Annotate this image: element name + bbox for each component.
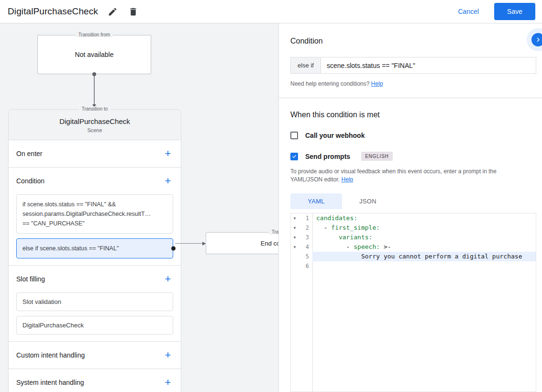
condition-list: if scene.slots.status == "FINAL" && sess… [9,194,181,265]
panel-heading: Condition [290,37,536,45]
code-text [312,261,536,271]
app-window: DigitalPurchaseCheck Cancel Save Transit… [0,0,542,392]
condition-row[interactable]: Condition + [9,168,181,194]
scene-card: Transition to DigitalPurchaseCheck Scene… [8,109,181,392]
section-slot-filling: Slot filling + Slot validation DigitalPu… [9,266,181,342]
panel-header: Condition [279,23,542,45]
add-custom-intent-button[interactable]: + [163,350,173,360]
condition-help-link[interactable]: Help [371,80,383,87]
line-number: 6 [299,261,312,271]
tab-json[interactable]: JSON [342,193,394,209]
on-enter-label: On enter [16,150,42,157]
topbar-left: DigitalPurchaseCheck [8,6,139,17]
fold-toggle-icon[interactable]: ▾ [291,242,299,252]
code-line[interactable]: ▾4 - speech: >- [291,242,536,252]
collapse-panel-button[interactable] [531,33,542,46]
editor-tabs: YAML JSON [290,193,536,209]
condition-editor-row: else if [290,57,536,74]
connector-line [175,243,202,244]
system-intent-row[interactable]: System intent handling + [9,369,181,392]
arrow-right-icon [202,242,206,246]
end-conversation-node[interactable]: Transition to End conversation [206,232,279,254]
condition-item-line: if scene.slots.status == "FINAL" && [22,200,167,209]
send-prompts-label: Send prompts [305,153,350,160]
code-line[interactable]: ▾3 variants: [291,233,536,242]
connector-down [91,72,98,108]
scene-card-header[interactable]: DigitalPurchaseCheck Scene [9,110,181,140]
code-text: Sorry you cannot perform a digital purch… [312,252,536,261]
add-slot-button[interactable]: + [163,274,173,284]
line-number: 3 [299,233,312,242]
code-text: candidates: [312,213,536,223]
section-condition: Condition + if scene.slots.status == "FI… [9,168,181,266]
condition-label: Condition [16,177,44,185]
line-number: 2 [299,223,312,233]
slot-filling-label: Slot filling [16,275,45,283]
prompts-hint: To provide audio or visual feedback when… [290,168,536,184]
line-number: 4 [299,242,312,252]
end-node-content: End conversation [261,240,279,247]
connection-port [171,246,176,251]
save-button[interactable]: Save [494,3,535,20]
section-system-intent: System intent handling + [9,369,181,392]
tab-yaml[interactable]: YAML [290,193,342,209]
delete-icon[interactable] [128,6,139,17]
custom-intent-row[interactable]: Custom intent handling + [9,342,181,369]
page-title: DigitalPurchaseCheck [8,6,98,17]
yaml-editor[interactable]: ▾1candidates:▾2 - first_simple:▾3 varian… [290,213,536,392]
cancel-button[interactable]: Cancel [458,8,479,15]
transition-from-content: Not available [75,51,114,58]
slot-filling-row[interactable]: Slot filling + [9,266,181,292]
add-on-enter-button[interactable]: + [163,148,173,159]
fold-spacer [291,261,299,271]
condition-prefix: else if [290,57,321,74]
connector-right [175,241,206,246]
webhook-checkbox[interactable] [290,132,298,139]
scene-title: DigitalPurchaseCheck [9,117,181,125]
code-line[interactable]: 6 [291,261,536,271]
section-on-enter: On enter + [9,140,181,168]
line-number: 5 [299,252,312,261]
add-condition-button[interactable]: + [163,176,173,186]
webhook-checkbox-row[interactable]: Call your webhook [290,132,536,139]
transition-to-label: Transition to [79,106,111,112]
topbar-actions: Cancel Save [458,3,535,20]
condition-met-heading: When this condition is met [290,111,536,119]
slot-list: Slot validation DigitalPurchaseCheck [9,292,181,341]
transition-from-label: Transition from [76,32,113,37]
on-enter-row[interactable]: On enter + [9,140,181,167]
condition-help: Need help entering conditions? Help [290,80,531,87]
condition-item[interactable]: if scene.slots.status == "FINAL" && sess… [16,194,173,234]
condition-item-text: else if scene.slots.status == "FINAL" [22,245,119,252]
webhook-label: Call your webhook [305,132,365,139]
prompts-hint-text: To provide audio or visual feedback when… [290,168,497,183]
slot-item[interactable]: DigitalPurchaseCheck [16,316,173,335]
condition-item-line: == "CAN_PURCHASE" [22,219,167,228]
chevron-right-icon [534,35,542,44]
scene-canvas: Transition from Not available Transition… [0,23,279,392]
condition-help-text: Need help entering conditions? [290,80,369,87]
fold-toggle-icon[interactable]: ▾ [291,213,299,223]
yaml-editor-lines: ▾1candidates:▾2 - first_simple:▾3 varian… [291,213,536,271]
custom-intent-label: Custom intent handling [16,351,85,359]
add-system-intent-button[interactable]: + [163,377,173,388]
condition-input[interactable] [321,57,536,74]
code-line[interactable]: 5 Sorry you cannot perform a digital pur… [291,252,536,261]
main-content: Transition from Not available Transition… [0,23,542,392]
condition-item-line: session.params.DigitalPurchaseCheck.resu… [22,209,167,219]
fold-toggle-icon[interactable]: ▾ [291,233,299,242]
send-prompts-checkbox-row[interactable]: Send prompts ENGLISH [290,152,536,161]
line-number: 1 [299,213,312,223]
connector-dot [92,72,96,76]
send-prompts-checkbox[interactable] [290,153,298,160]
fold-toggle-icon[interactable]: ▾ [291,223,299,233]
checkmark-icon [291,153,297,159]
code-line[interactable]: ▾2 - first_simple: [291,223,536,233]
prompts-help-link[interactable]: Help [342,176,354,183]
fold-spacer [291,252,299,261]
edit-icon[interactable] [107,6,119,17]
transition-from-node[interactable]: Transition from Not available [37,35,151,74]
condition-item-selected[interactable]: else if scene.slots.status == "FINAL" [16,238,173,258]
code-line[interactable]: ▾1candidates: [291,213,536,223]
slot-item[interactable]: Slot validation [16,292,173,311]
